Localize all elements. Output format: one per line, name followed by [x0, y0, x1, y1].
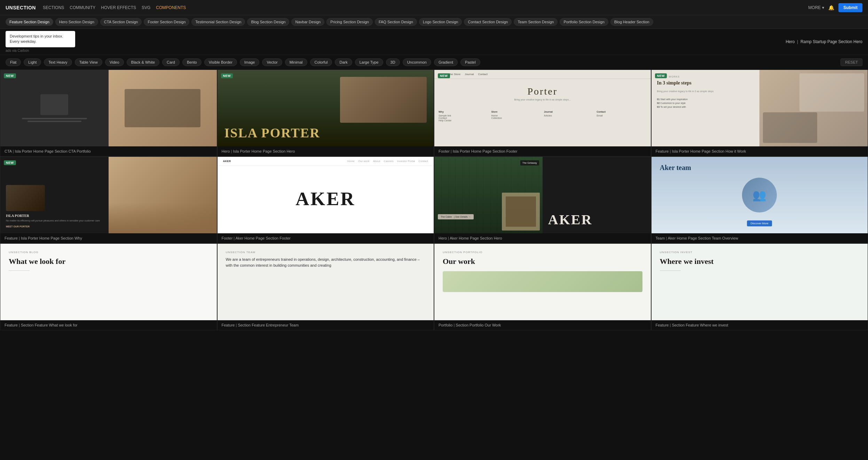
ad-text: Development tips in your inbox. Every we… — [10, 34, 71, 45]
card-aker-hero[interactable]: The Getaway The Cabin| See Details → AKE… — [434, 156, 651, 243]
card-label: Feature | Section Feature Where we inves… — [652, 320, 868, 330]
card-label: Feature | Section Feature Entrepreneur T… — [218, 320, 434, 330]
filter-bento[interactable]: Bento — [182, 58, 202, 66]
tag-cta[interactable]: CTA Section Design — [100, 18, 142, 26]
nav-components[interactable]: COMPONENTS — [156, 5, 186, 10]
filter-image[interactable]: Image — [240, 58, 260, 66]
tag-faq[interactable]: FAQ Section Design — [375, 18, 417, 26]
card-what-we-look-for[interactable]: UNSECTION BLOG What we look for Feature … — [0, 243, 217, 330]
new-badge: NEW — [4, 160, 16, 165]
filter-visible-border[interactable]: Visible Border — [204, 58, 237, 66]
card-isla-why[interactable]: NEW ISLA PORTER No matter its efficiency… — [0, 156, 217, 243]
card-label: Feature | Section Feature What we look f… — [0, 320, 217, 330]
filter-gradient[interactable]: Gradient — [434, 58, 458, 66]
filter-text-heavy[interactable]: Text Heavy — [44, 58, 72, 66]
ad-bar: Development tips in your inbox. Every we… — [0, 29, 868, 55]
filter-3d[interactable]: 3D — [386, 58, 400, 66]
filter-flat[interactable]: Flat — [6, 58, 21, 66]
filter-table-view[interactable]: Table View — [75, 58, 102, 66]
tag-feature[interactable]: Feature Section Design — [6, 18, 53, 26]
card-label: CTA | Isla Porter Home Page Section CTA … — [0, 146, 217, 156]
filter-minimal[interactable]: Minimal — [285, 58, 307, 66]
new-badge: NEW — [4, 73, 16, 78]
tag-logo[interactable]: Logo Section Design — [419, 18, 462, 26]
cards-grid: NEW CTA | Isla Porter Home Page Section … — [0, 70, 868, 337]
card-our-work[interactable]: UNSECTION PORTFOLIO Our work Portfolio |… — [434, 243, 651, 330]
tags-bar: Feature Section Design Hero Section Desi… — [0, 15, 868, 29]
filter-large-type[interactable]: Large Type — [355, 58, 383, 66]
filter-bar: Flat Light Text Heavy Table View Video B… — [0, 55, 868, 70]
filter-pastel[interactable]: Pastel — [460, 58, 480, 66]
nav-svg[interactable]: SVG — [142, 5, 150, 10]
card-label: Team | Aker Home Page Section Team Overv… — [652, 233, 868, 243]
tag-navbar[interactable]: Navbar Design — [291, 18, 324, 26]
navbar: UNSECTION SECTIONS COMMUNITY HOVER EFFEC… — [0, 0, 868, 15]
ad-box: Development tips in your inbox. Every we… — [6, 31, 75, 47]
card-entrepreneur-team[interactable]: UNSECTION TEAM We are a team of entrepre… — [217, 243, 434, 330]
card-label: Feature | Isla Porter Home Page Section … — [0, 233, 217, 243]
card-label: Feature | Isla Porter Home Page Section … — [652, 146, 868, 156]
tag-hero[interactable]: Hero Section Design — [55, 18, 98, 26]
card-label: Footer | Isla Porter Home Page Section F… — [434, 146, 651, 156]
ad-container[interactable]: Development tips in your inbox. Every we… — [6, 31, 75, 53]
tag-blog-header[interactable]: Blog Header Section — [610, 18, 653, 26]
tag-team[interactable]: Team Section Design — [514, 18, 558, 26]
card-isla-hero[interactable]: NEW ISLA PORTER Hero | Isla Porter Home … — [217, 70, 434, 156]
filter-uncommon[interactable]: Uncommon — [403, 58, 431, 66]
navbar-right: MORE ▾ 🔔 Submit — [808, 3, 862, 12]
card-where-invest[interactable]: UNSECTION INVEST Where we invest Feature… — [651, 243, 868, 330]
bell-icon[interactable]: 🔔 — [828, 5, 834, 10]
filter-card[interactable]: Card — [162, 58, 180, 66]
card-label: Hero | Aker Home Page Section Hero — [434, 233, 651, 243]
reset-button[interactable]: RESET — [841, 58, 862, 66]
ad-label: ads via Carbon — [6, 49, 75, 53]
new-badge: NEW — [221, 73, 233, 78]
card-aker-footer[interactable]: AKER HomeOur workAboutCareersInvestor Po… — [217, 156, 434, 243]
card-label: Hero | Isla Porter Home Page Section Her… — [218, 146, 434, 156]
card-isla-cta[interactable]: NEW CTA | Isla Porter Home Page Section … — [0, 70, 217, 156]
tag-testimonial[interactable]: Testimonial Section Design — [191, 18, 245, 26]
new-badge: NEW — [438, 73, 450, 78]
hero-breadcrumb: Hero | Ramp Startup Page Section Hero — [786, 39, 862, 44]
filter-black-white[interactable]: Black & White — [127, 58, 159, 66]
card-porter-footer[interactable]: NEW WhyThe StoreJournalContact Porter Br… — [434, 70, 651, 156]
tag-footer[interactable]: Footer Section Design — [144, 18, 189, 26]
card-isla-how[interactable]: NEW HOW IT WORKS In 3 simple steps Bring… — [651, 70, 868, 156]
nav-community[interactable]: COMMUNITY — [70, 5, 95, 10]
filter-video[interactable]: Video — [105, 58, 124, 66]
new-badge: NEW — [655, 73, 667, 78]
submit-button[interactable]: Submit — [838, 3, 862, 12]
chevron-down-icon: ▾ — [822, 5, 824, 10]
tag-pricing[interactable]: Pricing Section Design — [326, 18, 373, 26]
filter-vector[interactable]: Vector — [262, 58, 282, 66]
more-button[interactable]: MORE ▾ — [808, 5, 824, 10]
navbar-left: UNSECTION SECTIONS COMMUNITY HOVER EFFEC… — [6, 5, 186, 10]
tag-contact[interactable]: Contact Section Design — [464, 18, 512, 26]
filter-light[interactable]: Light — [24, 58, 41, 66]
nav-links: SECTIONS COMMUNITY HOVER EFFECTS SVG COM… — [43, 5, 186, 10]
card-aker-team[interactable]: Aker team 👥 Discover More Team | Aker Ho… — [651, 156, 868, 243]
card-label: Footer | Aker Home Page Section Footer — [218, 233, 434, 243]
tag-portfolio[interactable]: Portfolio Section Design — [560, 18, 608, 26]
logo: UNSECTION — [6, 5, 36, 10]
filter-colorful[interactable]: Colorful — [310, 58, 332, 66]
nav-sections[interactable]: SECTIONS — [43, 5, 64, 10]
card-label: Portfolio | Section Portfolio Our Work — [434, 320, 651, 330]
nav-hover-effects[interactable]: HOVER EFFECTS — [101, 5, 136, 10]
tag-blog[interactable]: Blog Section Design — [247, 18, 289, 26]
filter-dark[interactable]: Dark — [335, 58, 352, 66]
